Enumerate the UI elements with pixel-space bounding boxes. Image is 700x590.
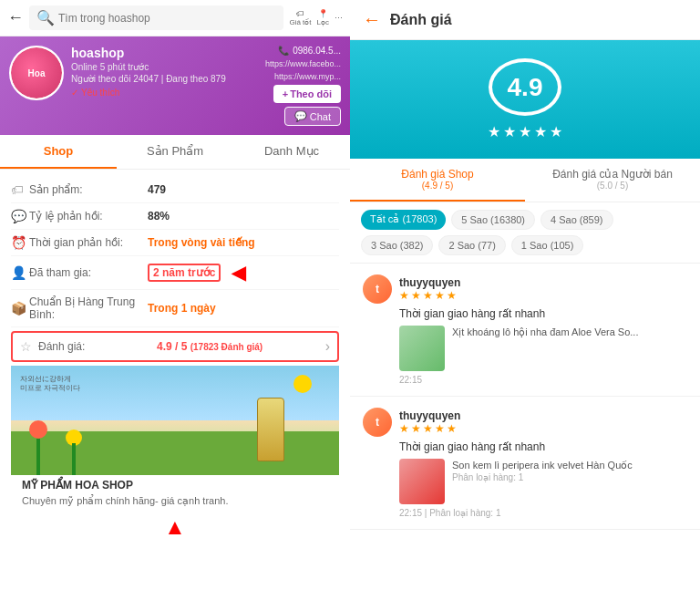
product-desc: Chuyên mỹ phẩm chính hãng- giá cạnh tran… (11, 495, 339, 511)
review-product-row-1: Xịt khoáng lô hội nha đam Aloe Vera So..… (399, 326, 687, 371)
shop-tabs: Shop Sản Phẩm Danh Mục (0, 135, 350, 170)
theo-doi-button[interactable]: + Theo dõi (273, 85, 341, 103)
right-title: Đánh giá (390, 12, 452, 28)
reviewer-avatar-1: t (363, 274, 392, 304)
red-arrow-up: ▲ (11, 511, 339, 543)
review-header-1: t thuyyquyen ★ ★ ★ ★ ★ (363, 274, 687, 304)
product-name-1: Xịt khoáng lô hội nha đam Aloe Vera So..… (452, 326, 638, 339)
shop-url1: https://www.facebo... (265, 59, 341, 68)
review-time-1: 22:15 (399, 375, 687, 385)
user-icon: 👤 (11, 265, 29, 280)
shop-info: hoashop Online 5 phút trước Người theo d… (71, 46, 258, 98)
stat-tham-gia: 👤 Đã tham gia: 2 năm trước ◀ (11, 256, 339, 290)
tab-san-pham[interactable]: Sản Phẩm (117, 135, 233, 169)
review-product-row-2: Son kem lì peripera ink velvet Hàn Quốc … (399, 459, 687, 504)
stat-ty-le: 💬 Tỷ lệ phản hồi: 88% (11, 203, 339, 230)
rating-arrow: › (325, 338, 330, 355)
product-count-icon: 🏷 (11, 182, 29, 197)
location-icon[interactable]: 📍 Lọc (317, 9, 329, 26)
product-thumb-1 (399, 326, 445, 371)
star-4: ★ (534, 123, 547, 140)
left-panel: ← 🔍 🏷 Giá tốt 📍 Lọc ⋯ HoaShop (0, 0, 350, 590)
review-time-2: 22:15 | Phân loại hàng: 1 (399, 508, 687, 518)
back-button[interactable]: ← (7, 8, 24, 27)
search-icon: 🔍 (36, 9, 55, 26)
review-header-2: t thuyyquyen ★ ★ ★ ★ ★ (363, 408, 687, 437)
product-banner: 자외선に강하게미프로 자극적이다 (11, 366, 339, 475)
stat-san-pham: 🏷 Sản phẩm: 479 (11, 177, 339, 203)
reviewer-name-2: thuyyquyen (399, 409, 460, 422)
shop-logo: Hoa (9, 46, 64, 100)
stat-label-tham-gia: Đã tham gia: (29, 266, 148, 279)
tab-shop[interactable]: Shop (0, 135, 117, 169)
tab-sub-shop: (4.9 / 5) (350, 181, 525, 191)
stat-value-tham-gia: 2 năm trước (148, 264, 221, 282)
search-input[interactable] (58, 12, 276, 25)
stat-thoi-gian: ⏰ Thời gian phản hồi: Trong vòng vài tiế… (11, 230, 339, 256)
star-1: ★ (488, 123, 500, 140)
star-5: ★ (550, 123, 562, 140)
right-back-button[interactable]: ← (363, 9, 381, 30)
review-item-2: t thuyyquyen ★ ★ ★ ★ ★ Thời gian giao hà… (350, 397, 700, 530)
right-panel: ← Đánh giá 4.9 ★ ★ ★ ★ ★ Đánh giá Shop (… (350, 0, 700, 590)
tab-sub-nguoi-ban: (5.0 / 5) (525, 181, 700, 191)
product-title: MỸ PHẨM HOA SHOP (11, 475, 339, 495)
rating-row-label: Đánh giá: (38, 340, 157, 353)
top-bar: ← 🔍 🏷 Giá tốt 📍 Lọc ⋯ (0, 0, 350, 36)
shop-followers: Người theo dõi 24047 | Đang theo 879 (71, 74, 258, 84)
stat-value-thoi-gian: Trong vòng vài tiếng (148, 236, 255, 249)
reviewer-avatar-2: t (363, 408, 392, 437)
price-icon[interactable]: 🏷 Giá tốt (289, 9, 311, 26)
chat-button[interactable]: 💬 Chat (284, 107, 341, 126)
stat-value-chuan-bi: Trong 1 ngày (148, 302, 216, 315)
rating-row-value: 4.9 / 5 (17823 Đánh giá) (157, 340, 325, 353)
tab-label-shop: Đánh giá Shop (350, 168, 525, 181)
logo-text: Hoa (28, 68, 46, 78)
top-bar-icons: 🏷 Giá tốt 📍 Lọc ⋯ (289, 9, 343, 26)
more-icon[interactable]: ⋯ (335, 14, 343, 23)
chip-3-sao[interactable]: 3 Sao (382) (361, 235, 433, 255)
product-name-2: Son kem lì peripera ink velvet Hàn Quốc (452, 459, 633, 472)
rating-score: 4.9 (508, 73, 543, 102)
review-stars-2: ★ ★ ★ ★ ★ (399, 422, 460, 435)
package-icon: 📦 (11, 301, 29, 316)
search-box[interactable]: 🔍 (29, 5, 283, 30)
review-stars-1: ★ ★ ★ ★ ★ (399, 289, 460, 302)
rating-circle: 4.9 (489, 58, 561, 116)
rating-hero: 4.9 ★ ★ ★ ★ ★ (350, 40, 700, 159)
reviews-list: t thuyyquyen ★ ★ ★ ★ ★ Thời gian giao hà… (350, 264, 700, 590)
shop-actions: 📞0986.04.5... https://www.facebo... http… (265, 46, 341, 126)
banner-placeholder: 자외선に강하게미프로 자극적이다 (11, 366, 339, 475)
shop-header: Hoa hoashop Online 5 phút trước Người th… (0, 36, 350, 135)
chip-2-sao[interactable]: 2 Sao (77) (438, 235, 505, 255)
stat-value-ty-le: 88% (148, 210, 170, 223)
shop-url2: https://www.myp... (274, 72, 341, 81)
shop-stats: 🏷 Sản phẩm: 479 💬 Tỷ lệ phản hồi: 88% ⏰ … (0, 170, 350, 590)
shop-status: Online 5 phút trước (71, 62, 258, 72)
tab-danh-gia-shop[interactable]: Đánh giá Shop (4.9 / 5) (350, 159, 525, 202)
star-icon: ☆ (20, 339, 38, 354)
yeu-thich-badge: ✓ Yêu thích (71, 88, 258, 98)
review-text-1: Thời gian giao hàng rất nhanh (399, 307, 687, 320)
stat-label-san-pham: Sản phẩm: (29, 183, 148, 196)
red-arrow-1: ◀ (232, 262, 245, 284)
filter-chips: Tất cả (17803) 5 Sao (16380) 4 Sao (859)… (350, 202, 700, 264)
tab-danh-muc[interactable]: Danh Mục (233, 135, 350, 169)
rating-row[interactable]: ☆ Đánh giá: 4.9 / 5 (17823 Đánh giá) › (11, 331, 339, 362)
stars-row: ★ ★ ★ ★ ★ (488, 123, 562, 140)
review-text-2: Thời gian giao hàng rất nhanh (399, 440, 687, 453)
stat-chuan-bi: 📦 Chuẩn Bị Hàng Trung Bình: Trong 1 ngày (11, 290, 339, 327)
response-rate-icon: 💬 (11, 209, 29, 223)
rating-tabs: Đánh giá Shop (4.9 / 5) Đánh giá của Ngư… (350, 159, 700, 202)
right-top-bar: ← Đánh giá (350, 0, 700, 40)
chip-tat-ca[interactable]: Tất cả (17803) (361, 210, 446, 230)
star-3: ★ (519, 123, 531, 140)
stat-label-ty-le: Tỷ lệ phản hồi: (29, 210, 148, 223)
time-icon: ⏰ (11, 235, 29, 250)
chip-1-sao[interactable]: 1 Sao (105) (511, 235, 583, 255)
chip-4-sao[interactable]: 4 Sao (859) (540, 210, 612, 230)
star-2: ★ (503, 123, 516, 140)
tab-danh-gia-nguoi-ban[interactable]: Đánh giá của Người bán (5.0 / 5) (525, 159, 700, 202)
chip-5-sao[interactable]: 5 Sao (16380) (451, 210, 535, 230)
tab-label-nguoi-ban: Đánh giá của Người bán (525, 168, 700, 181)
